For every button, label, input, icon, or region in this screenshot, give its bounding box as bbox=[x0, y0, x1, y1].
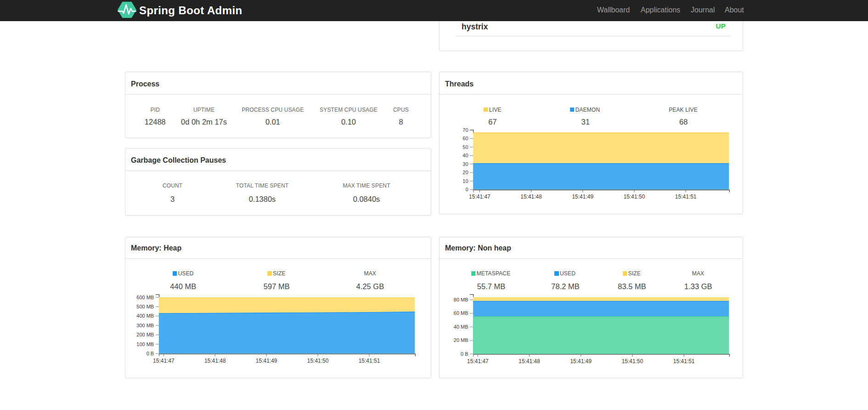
svg-text:10: 10 bbox=[462, 178, 468, 184]
svg-text:15:41:48: 15:41:48 bbox=[520, 194, 542, 200]
svg-text:15:41:51: 15:41:51 bbox=[675, 194, 697, 200]
svg-text:15:41:51: 15:41:51 bbox=[359, 358, 380, 364]
svg-text:15:41:50: 15:41:50 bbox=[307, 358, 329, 364]
svg-text:40 MB: 40 MB bbox=[454, 324, 468, 330]
svg-text:600 MB: 600 MB bbox=[136, 295, 154, 300]
svg-text:400 MB: 400 MB bbox=[136, 313, 154, 319]
svg-text:15:41:50: 15:41:50 bbox=[622, 358, 643, 364]
svg-text:15:41:49: 15:41:49 bbox=[256, 358, 277, 364]
svg-text:30: 30 bbox=[462, 161, 468, 167]
svg-text:15:41:51: 15:41:51 bbox=[673, 358, 695, 364]
svg-text:60: 60 bbox=[462, 136, 468, 141]
svg-text:40: 40 bbox=[462, 153, 468, 158]
svg-text:0 B: 0 B bbox=[147, 351, 154, 356]
svg-text:0 B: 0 B bbox=[461, 351, 468, 357]
svg-text:60 MB: 60 MB bbox=[454, 310, 468, 316]
svg-text:500 MB: 500 MB bbox=[136, 304, 154, 309]
svg-text:15:41:49: 15:41:49 bbox=[570, 358, 592, 364]
svg-text:100 MB: 100 MB bbox=[136, 342, 154, 347]
svg-text:0: 0 bbox=[465, 187, 468, 192]
svg-text:15:41:47: 15:41:47 bbox=[153, 358, 175, 364]
svg-text:15:41:47: 15:41:47 bbox=[469, 194, 490, 200]
svg-text:80 MB: 80 MB bbox=[454, 297, 468, 302]
svg-text:20: 20 bbox=[462, 170, 468, 175]
svg-text:20 MB: 20 MB bbox=[454, 337, 468, 343]
svg-text:15:41:50: 15:41:50 bbox=[624, 194, 645, 200]
svg-text:15:41:49: 15:41:49 bbox=[572, 194, 593, 200]
svg-text:15:41:47: 15:41:47 bbox=[467, 358, 489, 364]
svg-text:50: 50 bbox=[462, 144, 468, 150]
svg-text:70: 70 bbox=[462, 127, 468, 133]
svg-text:200 MB: 200 MB bbox=[136, 332, 154, 337]
svg-text:15:41:48: 15:41:48 bbox=[519, 358, 540, 364]
svg-text:15:41:48: 15:41:48 bbox=[204, 358, 226, 364]
svg-text:300 MB: 300 MB bbox=[136, 323, 154, 328]
